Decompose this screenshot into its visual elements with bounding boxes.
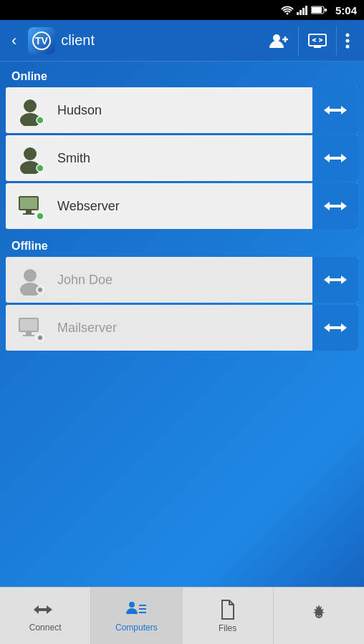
more-options-button[interactable] [336,26,358,55]
svg-point-26 [37,117,44,124]
connect-button-mailserver[interactable] [312,305,358,351]
svg-rect-6 [325,9,327,11]
svg-point-35 [24,269,37,282]
remote-screen-button[interactable] [298,26,336,55]
signal-icon [297,5,308,15]
svg-rect-5 [312,7,322,13]
contact-name-webserver: Webserver [54,199,312,214]
tab-computers[interactable]: Computers [91,587,182,644]
svg-rect-31 [20,197,37,209]
nav-actions [261,26,358,55]
tab-settings[interactable] [274,587,364,644]
svg-point-11 [273,34,280,42]
contact-name-mailserver: Mailserver [54,321,312,336]
svg-point-29 [37,165,44,172]
connect-tab-label: Connect [29,623,62,633]
svg-point-44 [39,336,42,340]
tab-files[interactable]: Files [183,587,274,644]
status-time: 5:04 [335,4,357,16]
avatar-john-doe [6,257,54,303]
nav-bar: ‹ TV client [0,20,364,62]
svg-point-45 [129,602,135,608]
connect-button-webserver[interactable] [312,183,358,229]
contact-item-hudson[interactable]: Hudson [6,87,358,133]
connect-arrows-icon [322,151,348,165]
settings-tab-icon [308,604,330,625]
computers-tab-label: Computers [115,623,158,633]
online-section-title: Online [11,70,47,82]
connect-arrows-icon [322,321,348,335]
contact-name-hudson: Hudson [54,103,312,118]
svg-line-18 [319,40,322,42]
main-content: Online Hudson [0,62,364,587]
contact-name-smith: Smith [54,151,312,166]
svg-point-23 [346,44,350,48]
svg-point-34 [37,213,44,220]
avatar-webserver [6,183,54,229]
battery-icon [311,6,327,14]
connect-tab-icon [32,600,58,620]
status-icons [281,5,327,15]
contact-item-smith[interactable]: Smith [6,135,358,181]
svg-rect-32 [26,210,32,213]
connect-button-hudson[interactable] [312,87,358,133]
connect-button-john-doe[interactable] [312,257,358,303]
status-bar: 5:04 [0,0,364,20]
tab-bar: Connect Computers Files [0,587,364,644]
svg-point-24 [24,99,37,112]
online-contact-list: Hudson Smith [6,87,358,229]
contact-name-john-doe: John Doe [54,273,312,288]
files-tab-label: Files [219,623,236,633]
contact-item-mailserver[interactable]: Mailserver [6,305,358,351]
avatar-hudson [6,87,54,133]
offline-section-title: Offline [11,240,48,252]
svg-point-22 [346,39,350,42]
add-user-button[interactable] [261,26,298,55]
avatar-smith [6,135,54,181]
contact-item-webserver[interactable]: Webserver [6,183,358,229]
svg-point-27 [24,147,37,160]
svg-rect-41 [26,332,32,335]
svg-line-20 [312,40,316,42]
online-section-header: Online [0,62,364,87]
svg-rect-2 [302,8,305,15]
svg-rect-0 [297,12,299,15]
svg-point-21 [346,33,350,36]
connect-arrows-icon [322,103,348,117]
svg-rect-42 [23,335,34,336]
back-button[interactable]: ‹ [6,26,22,56]
svg-rect-40 [20,319,37,331]
offline-section-header: Offline [0,231,364,257]
svg-rect-33 [23,213,34,215]
app-logo: TV [28,27,55,54]
wifi-icon [281,5,294,15]
connect-button-smith[interactable] [312,135,358,181]
svg-point-38 [39,288,42,292]
svg-rect-1 [300,10,302,15]
connect-arrows-icon [322,199,348,213]
offline-contact-list: John Doe Mailse [6,257,358,351]
connect-arrows-icon [322,273,348,287]
svg-rect-3 [305,6,307,15]
tab-connect[interactable]: Connect [0,587,91,644]
files-tab-icon [219,599,236,620]
nav-title: client [61,32,261,49]
contact-item-john-doe[interactable]: John Doe [6,257,358,303]
computers-tab-icon [125,600,148,620]
avatar-mailserver [6,305,54,351]
svg-rect-14 [309,34,326,46]
svg-text:TV: TV [35,35,49,47]
